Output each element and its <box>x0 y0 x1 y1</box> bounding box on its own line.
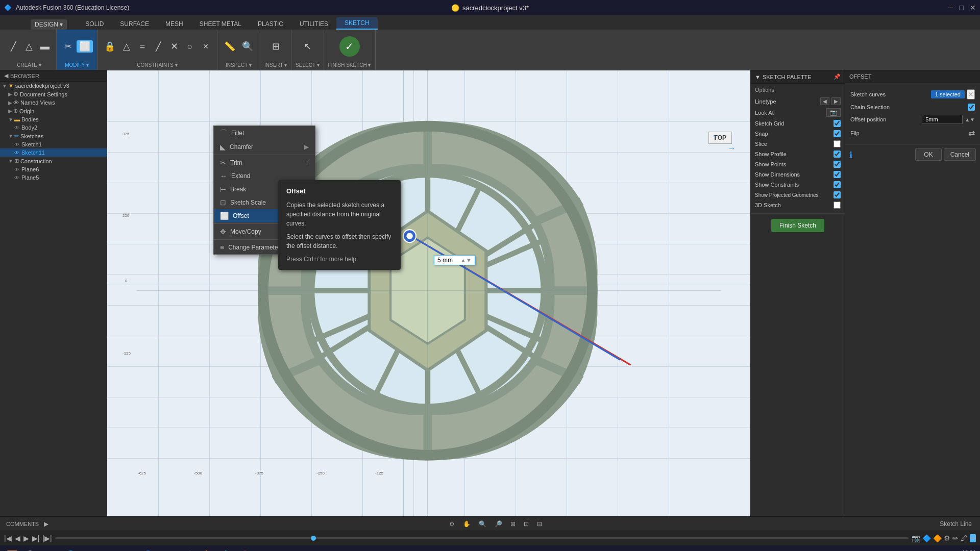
timeline-icon-5[interactable]: ✏ <box>952 534 959 542</box>
app1-button[interactable]: 🎮 <box>159 547 176 552</box>
line-tool[interactable]: ╱ <box>6 40 20 53</box>
cross-tool[interactable]: ✕ <box>167 40 181 53</box>
app4-button[interactable]: 💠 <box>217 547 234 552</box>
view-btn-7[interactable]: ⊟ <box>534 519 545 529</box>
menu-item-chamfer[interactable]: ◣ Chamfer ▶ <box>214 140 315 154</box>
timeline-icon-6[interactable]: 🖊 <box>961 534 968 542</box>
triangle2-tool[interactable]: △ <box>119 40 134 53</box>
taskview-button[interactable]: ⊞ <box>43 547 59 552</box>
browser-item-named-views[interactable]: ▶ 👁 Named Views <box>0 98 107 107</box>
browser-item-doc-settings[interactable]: ▶ ⚙ Document Settings <box>0 90 107 98</box>
dimension-input-box[interactable]: 5 mm ▲▼ <box>434 255 475 265</box>
view-btn-5[interactable]: ⊞ <box>507 519 519 529</box>
equal-tool[interactable]: = <box>135 40 150 53</box>
slice-checkbox[interactable] <box>834 140 841 147</box>
play-pause-btn[interactable]: ▶ <box>23 534 29 542</box>
maximize-button[interactable]: □ <box>960 4 964 12</box>
chain-selection-checkbox[interactable] <box>968 104 975 111</box>
rect-tool[interactable]: ▬ <box>38 40 52 53</box>
play-start-btn[interactable]: |◀ <box>4 534 12 542</box>
menu-item-trim[interactable]: ✂ Trim T <box>214 156 315 169</box>
timeline-icon-3[interactable]: 🔶 <box>933 534 942 542</box>
view-btn-2[interactable]: ✋ <box>460 519 474 529</box>
sketch-palette-pin-icon[interactable]: 📌 <box>834 73 841 80</box>
circle-tool[interactable]: ○ <box>183 40 197 53</box>
show-dimensions-checkbox[interactable] <box>834 171 841 178</box>
close-button[interactable]: ✕ <box>970 4 976 12</box>
timeline-track[interactable] <box>55 537 909 539</box>
browser-item-plane6[interactable]: 👁 Plane6 <box>0 165 107 173</box>
look-at-btn[interactable]: 📷 <box>826 108 841 117</box>
dimension-input[interactable]: 5 mm <box>437 257 460 264</box>
timeline-icon-7[interactable]: ✏ <box>970 534 976 542</box>
tab-mesh[interactable]: MESH <box>157 18 191 30</box>
offset-tool[interactable]: ⬜ <box>77 40 93 53</box>
start-button[interactable]: 🪟 <box>4 547 20 552</box>
browser-item-sketch1[interactable]: 👁 Sketch1 <box>0 140 107 148</box>
timeline-icon-1[interactable]: 📷 <box>912 534 920 542</box>
app3-button[interactable]: 🔶 <box>198 547 214 552</box>
view-btn-6[interactable]: ⊡ <box>521 519 532 529</box>
trim-tool[interactable]: ✂ <box>61 40 75 53</box>
play-back-btn[interactable]: ◀ <box>15 534 20 542</box>
edge-button[interactable]: 🌐 <box>62 547 79 552</box>
tab-sheet-metal[interactable]: SHEET METAL <box>191 18 250 30</box>
show-projected-checkbox[interactable] <box>834 191 841 198</box>
linetype-prev[interactable]: ◀ <box>820 97 829 105</box>
tab-sketch[interactable]: SKETCH <box>336 17 378 30</box>
linetype-next[interactable]: ▶ <box>831 97 841 105</box>
3d-sketch-checkbox[interactable] <box>834 202 841 209</box>
lock-tool[interactable]: 🔒 <box>102 40 118 53</box>
play-end-btn[interactable]: |▶| <box>42 534 52 542</box>
triangle-tool[interactable]: △ <box>22 40 36 53</box>
inspect-label[interactable]: INSPECT ▾ <box>226 61 252 68</box>
tab-utilities[interactable]: UTILITIES <box>291 18 336 30</box>
mail-button[interactable]: 📧 <box>120 547 137 552</box>
chrome-button[interactable]: 🔵 <box>140 547 156 552</box>
tab-solid[interactable]: SOLID <box>77 18 112 30</box>
timeline-icon-4[interactable]: ⚙ <box>944 534 950 542</box>
browser-item-sketch11[interactable]: 👁 Sketch11 <box>0 148 107 157</box>
sketch-palette-collapse-icon[interactable]: ▼ <box>755 74 761 80</box>
timeline-thumb[interactable] <box>311 536 316 541</box>
view-tool[interactable]: 🔍 <box>239 40 256 53</box>
x-tool[interactable]: × <box>199 40 213 53</box>
view-btn-1[interactable]: ⚙ <box>446 519 458 529</box>
browser-item-origin[interactable]: ▶ ⊕ Origin <box>0 107 107 115</box>
options-header[interactable]: Options <box>755 87 841 93</box>
view-btn-4[interactable]: 🔎 <box>492 519 505 529</box>
finish-sketch-icon-btn[interactable]: ✓ <box>339 36 360 57</box>
offset-ok-button[interactable]: OK <box>915 148 941 161</box>
offset-spinners[interactable]: ▲▼ <box>965 117 975 122</box>
sketch-grid-checkbox[interactable] <box>834 120 841 127</box>
minimize-button[interactable]: ─ <box>948 4 953 12</box>
comments-toggle[interactable]: ▶ <box>41 519 52 529</box>
app5-button[interactable]: 🎯 <box>237 547 253 552</box>
show-profile-checkbox[interactable] <box>834 151 841 158</box>
browser-item-plane5[interactable]: 👁 Plane5 <box>0 173 107 182</box>
snap-checkbox[interactable] <box>834 130 841 137</box>
slash-tool[interactable]: ╱ <box>151 40 165 53</box>
offset-cancel-button[interactable]: Cancel <box>944 148 976 161</box>
finish-sketch-button[interactable]: Finish Sketch <box>771 219 824 232</box>
select-tool[interactable]: ↖ <box>300 40 314 53</box>
search-button[interactable]: 🔍 <box>23 547 40 552</box>
tab-surface[interactable]: SURFACE <box>112 18 157 30</box>
flip-button[interactable]: ⇄ <box>968 128 975 138</box>
timeline-icon-2[interactable]: 🔷 <box>922 534 931 542</box>
select-label[interactable]: SELECT ▾ <box>296 61 320 68</box>
show-points-checkbox[interactable] <box>834 161 841 168</box>
canvas-area[interactable]: 0 250 375 -125 -625 -500 -375 -250 -125 <box>107 70 750 516</box>
create-label[interactable]: CREATE ▾ <box>17 61 41 68</box>
browser-item-body2[interactable]: 👁 Body2 <box>0 123 107 132</box>
constraints-label[interactable]: CONSTRAINTS ▾ <box>137 61 177 68</box>
app2-button[interactable]: 🎵 <box>179 547 195 552</box>
browser-item-construction[interactable]: ▼ ⊞ Construction <box>0 157 107 165</box>
menu-item-fillet[interactable]: ⌒ Fillet <box>214 126 315 140</box>
clear-selection-button[interactable]: ✕ <box>967 89 975 99</box>
browser-item-document[interactable]: ▼ ▼ sacredclockproject v3 <box>0 82 107 90</box>
modify-label[interactable]: MODIFY ▾ <box>65 61 88 68</box>
show-constraints-checkbox[interactable] <box>834 181 841 188</box>
offset-position-input[interactable]: 5mm <box>922 115 963 124</box>
finish-sketch-label[interactable]: FINISH SKETCH ▾ <box>328 61 371 68</box>
